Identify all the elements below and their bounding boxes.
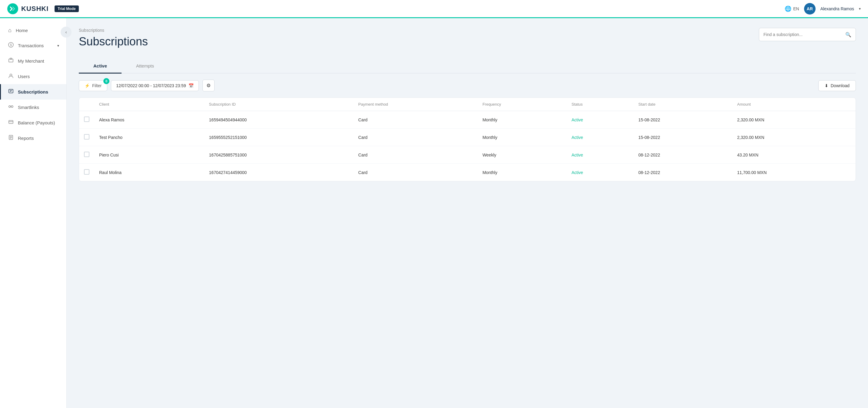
download-button[interactable]: ⬇ Download [818,80,856,91]
status-badge: Active [571,117,583,122]
checkbox-input[interactable] [84,116,89,122]
breadcrumb: Subscriptions [79,28,148,33]
row-client: Test Pancho [94,129,204,146]
status-badge: Active [571,170,583,175]
tab-active[interactable]: Active [79,59,122,73]
row-amount: 43.20 MXN [732,146,856,164]
row-checkbox[interactable] [79,146,94,164]
filter-row: ⚡ Filter 0 12/07/2022 00:00 - 12/07/2023… [79,73,856,98]
row-status: Active [567,164,634,181]
table-header-row: Client Subscription ID Payment method Fr… [79,98,856,111]
row-start-date: 08-12-2022 [633,164,732,181]
page-title: Subscriptions [79,35,148,48]
subscriptions-table: Client Subscription ID Payment method Fr… [79,98,856,181]
th-checkbox [79,98,94,111]
row-amount: 11,700.00 MXN [732,164,856,181]
row-client: Alexa Ramos [94,111,204,129]
sidebar-label-smartlinks: Smartlinks [18,105,39,110]
row-subscription-id: 1659555252151000 [204,129,354,146]
filter-label: Filter [92,83,101,88]
row-checkbox[interactable] [79,129,94,146]
svg-point-8 [11,106,13,107]
globe-icon: 🌐 [785,5,791,12]
sidebar-item-subscriptions[interactable]: Subscriptions [0,84,66,100]
gear-icon: ⚙ [207,82,211,89]
search-box[interactable]: 🔍 [759,28,856,41]
download-icon: ⬇ [825,83,828,88]
checkbox-input[interactable] [84,169,89,175]
sidebar-label-balance: Balance (Payouts) [18,120,55,125]
content-header: Subscriptions Subscriptions 🔍 [79,28,856,57]
sidebar-item-home[interactable]: ⌂ Home [0,23,66,38]
date-range-button[interactable]: 12/07/2022 00:00 - 12/07/2023 23:59 📅 [111,80,198,91]
chevron-down-icon: ▾ [57,43,59,48]
row-subscription-id: 1670425885751000 [204,146,354,164]
th-subscription-id: Subscription ID [204,98,354,111]
status-badge: Active [571,152,583,158]
table-row: Test Pancho 1659555252151000 Card Monthl… [79,129,856,146]
row-checkbox[interactable] [79,111,94,129]
th-client: Client [94,98,204,111]
filter-count-badge: 0 [103,78,110,84]
topnav-right: 🌐 EN AR Alexandra Ramos ▾ [785,3,861,14]
user-avatar[interactable]: AR [804,3,815,14]
search-input[interactable] [764,32,843,37]
row-start-date: 15-08-2022 [633,111,732,129]
balance-icon [8,119,13,126]
sidebar-toggle-button[interactable]: ‹ [61,27,71,37]
checkbox-input[interactable] [84,134,89,139]
row-amount: 2,320.00 MXN [732,129,856,146]
row-payment-method: Card [353,129,478,146]
title-area: Subscriptions Subscriptions [79,28,148,57]
sidebar-label-users: Users [18,74,30,79]
row-frequency: Monthly [478,129,567,146]
logo-text: KUSHKI [21,5,49,13]
sidebar-item-reports[interactable]: Reports [0,131,66,146]
chevron-down-icon[interactable]: ▾ [859,7,861,11]
subscriptions-table-container: Client Subscription ID Payment method Fr… [79,98,856,181]
sidebar-navigation: ⌂ Home $ Transactions ▾ My Merchant [0,18,66,408]
table-row: Piero Cusi 1670425885751000 Card Weekly … [79,146,856,164]
sidebar-label-merchant: My Merchant [18,59,44,64]
language-code: EN [793,6,799,11]
row-status: Active [567,111,634,129]
sidebar-label-transactions: Transactions [18,43,44,48]
row-status: Active [567,146,634,164]
tab-attempts[interactable]: Attempts [122,59,168,73]
filter-icon: ⚡ [85,83,90,88]
tabs: Active Attempts [79,59,856,73]
svg-rect-9 [9,121,13,124]
trial-badge: Trial Mode [55,5,79,12]
column-settings-button[interactable]: ⚙ [203,79,215,92]
row-payment-method: Card [353,164,478,181]
users-icon [8,73,13,80]
th-amount: Amount [732,98,856,111]
language-selector[interactable]: 🌐 EN [785,5,799,12]
top-navigation: KUSHKI Trial Mode 🌐 EN AR Alexandra Ramo… [0,0,868,18]
row-checkbox[interactable] [79,164,94,181]
sidebar-label-subscriptions: Subscriptions [18,89,48,95]
sidebar-label-home: Home [16,28,28,33]
row-subscription-id: 1659494504944000 [204,111,354,129]
sidebar-item-my-merchant[interactable]: My Merchant [0,53,66,69]
svg-point-7 [9,106,10,107]
subscriptions-icon [8,89,13,95]
row-client: Raul Molina [94,164,204,181]
checkbox-input[interactable] [84,151,89,157]
logo-area: KUSHKI Trial Mode [7,3,79,14]
filter-button[interactable]: ⚡ Filter 0 [79,80,107,91]
sidebar-item-users[interactable]: Users [0,69,66,84]
row-start-date: 15-08-2022 [633,129,732,146]
row-amount: 2,320.00 MXN [732,111,856,129]
svg-rect-6 [9,89,13,93]
row-client: Piero Cusi [94,146,204,164]
th-status: Status [567,98,634,111]
sidebar-item-transactions[interactable]: $ Transactions ▾ [0,38,66,53]
row-frequency: Monthly [478,111,567,129]
th-start-date: Start date [633,98,732,111]
row-subscription-id: 1670427414459000 [204,164,354,181]
sidebar-item-smartlinks[interactable]: Smartlinks [0,100,66,115]
sidebar-item-balance[interactable]: Balance (Payouts) [0,115,66,131]
table-header: Client Subscription ID Payment method Fr… [79,98,856,111]
reports-icon [8,135,13,142]
